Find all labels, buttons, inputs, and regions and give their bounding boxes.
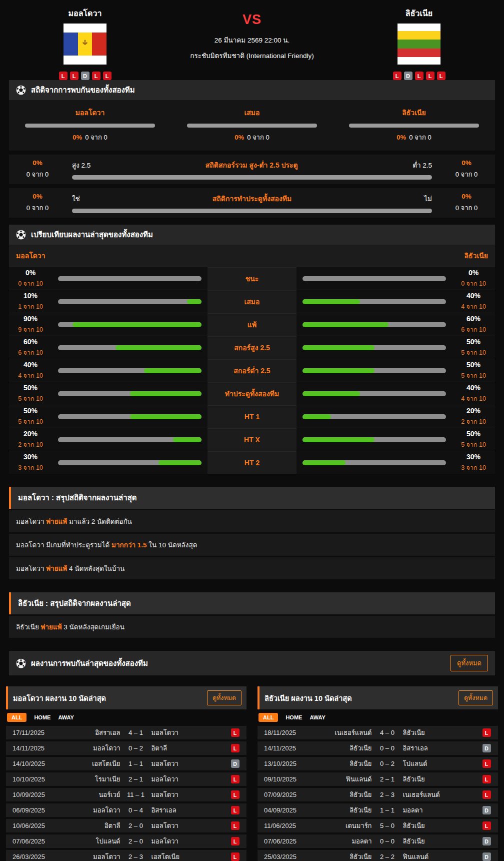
form-badge-d: D — [81, 72, 90, 80]
tab-all[interactable]: ALL — [258, 713, 278, 722]
form-badge-l: L — [393, 72, 402, 80]
meetings-view-all-button[interactable]: ดูทั้งหมด — [450, 655, 488, 671]
match-datetime: 26 มีนาคม 2569 22:00 น. — [140, 35, 364, 46]
comparison-away-bar — [302, 276, 446, 281]
result-badge: L — [231, 775, 240, 783]
away-summary-title: ลิธัวเนีย : สรุปสถิติจากผลงานล่าสุด — [9, 592, 495, 614]
tab-home[interactable]: HOME — [34, 713, 50, 722]
result-badge: D — [231, 759, 240, 768]
comparison-away-bar — [302, 345, 446, 350]
comparison-home-stat: 90%9 จาก 10 — [9, 313, 52, 336]
comparison-row: 50%5 จาก 10 ทำประตูทั้งสองทีม 40%4 จาก 1… — [9, 382, 495, 405]
comparison-row: 50%5 จาก 10 HT 1 20%2 จาก 10 — [9, 405, 495, 428]
match-row: 06/09/2025 มอลโดวา 0 – 4 อิสราเอล L — [6, 803, 246, 817]
away-form-tabs: ALLHOMEAWAY — [258, 709, 498, 726]
match-header: มอลโดวา LLDLL VS 26 มีนาคม 2569 22:00 น.… — [0, 0, 504, 80]
comparison-away-stat: 50%5 จาก 10 — [452, 336, 495, 359]
result-badge: L — [231, 837, 240, 845]
comparison-home-bar — [58, 437, 202, 442]
comparison-home-stat: 50%5 จาก 10 — [9, 382, 52, 405]
home-form-view-all-button[interactable]: ดูทั้งหมด — [207, 690, 242, 705]
comparison-home-stat: 50%5 จาก 10 — [9, 405, 52, 428]
over-stat: 0% 0 จาก 0 — [16, 159, 59, 180]
result-badge: L — [231, 728, 240, 737]
summary-item: ลิธัวเนีย พ่ายแพ้ 3 นัดหลังสุดเกมเยือน — [9, 616, 495, 638]
h2h-bar-away — [349, 124, 478, 128]
match-row: 10/09/2025 นอร์เวย์ 11 – 1 มอลโดวา L — [6, 788, 246, 801]
soccer-ball-icon — [16, 230, 26, 240]
btts-title: สถิติการทำประตูทั้งสองทีม — [212, 193, 292, 204]
comparison-row-label: เสมอ — [208, 290, 296, 313]
away-form-view-all-button[interactable]: ดูทั้งหมด — [458, 690, 493, 705]
home-summary-title: มอลโดวา : สรุปสถิติจากผลงานล่าสุด — [9, 487, 495, 509]
match-info: VS 26 มีนาคม 2569 22:00 น. กระชับมิตรทีม… — [140, 5, 364, 80]
meetings-header: ผลงานการพบกันล่าสุดของทั้งสองทีม ดูทั้งห… — [9, 651, 495, 675]
home-form-tabs: ALLHOMEAWAY — [6, 709, 246, 726]
comparison-section: เปรียบเทียบผลงานล่าสุดของทั้งสองทีม มอลโ… — [9, 225, 495, 474]
result-badge: L — [231, 790, 240, 799]
under-stat: 0% 0 จาก 0 — [445, 159, 488, 180]
h2h-bar-home — [25, 124, 154, 128]
summary-item: มอลโดวา มีเกมที่ทำประตูรวมได้ มากกว่า 1.… — [9, 534, 495, 556]
comparison-home-stat: 60%6 จาก 10 — [9, 336, 52, 359]
comparison-home-stat: 30%3 จาก 10 — [9, 451, 52, 474]
comparison-home-stat: 0%0 จาก 10 — [9, 267, 52, 290]
result-badge: L — [482, 759, 491, 768]
match-row: 26/03/2025 มอลโดวา 2 – 3 เอสโตเนีย L — [6, 850, 246, 861]
comparison-home-stat: 40%4 จาก 10 — [9, 359, 52, 382]
comparison-home-bar — [58, 345, 202, 350]
comparison-rows: 0%0 จาก 10 ชนะ 0%0 จาก 10 10%1 จาก 10 เส… — [9, 267, 495, 474]
away-form-table-title: ลิธัวเนีย ผลงาน 10 นัดล่าสุด — [264, 692, 352, 704]
match-row: 04/09/2025 ลิธัวเนีย 1 – 1 มอลตา D — [258, 803, 498, 817]
comparison-row-label: ชนะ — [208, 267, 296, 290]
h2h-bar-draw — [187, 124, 316, 128]
result-badge: L — [231, 852, 240, 861]
result-badge: D — [482, 806, 491, 814]
result-badge: L — [482, 821, 491, 830]
summary-item: มอลโดวา พ่ายแพ้ 4 นัดหลังสุดในบ้าน — [9, 557, 495, 579]
h2h-col-away: ลิธัวเนีย 0%0 จาก 0 — [333, 107, 495, 143]
form-badge-l: L — [59, 72, 68, 80]
comparison-team-labels: มอลโดวา ลิธัวเนีย — [9, 245, 495, 267]
match-row: 17/11/2025 อิสราเอล 4 – 1 มอลโดวา L — [6, 726, 246, 739]
comparison-away-bar — [302, 368, 446, 373]
comparison-home-bar — [58, 414, 202, 419]
match-row: 14/11/2025 มอลโดวา 0 – 2 อิตาลี L — [6, 741, 246, 755]
match-row: 10/06/2025 อิตาลี 2 – 0 มอลโดวา L — [6, 819, 246, 832]
tab-home[interactable]: HOME — [286, 713, 302, 722]
match-row: 07/06/2025 โปแลนด์ 2 – 0 มอลโดวา L — [6, 834, 246, 848]
away-team-name: ลิธัวเนีย — [406, 7, 432, 20]
form-badge-l: L — [437, 72, 446, 80]
h2h-columns: มอลโดวา 0%0 จาก 0 เสมอ 0%0 จาก 0 ลิธัวเน… — [9, 100, 495, 151]
over-label: สูง 2.5 — [72, 160, 90, 171]
comparison-row-label: สกอร์สูง 2.5 — [208, 336, 296, 359]
home-form-table-title: มอลโดวา ผลงาน 10 นัดล่าสุด — [13, 692, 106, 704]
comparison-row: 20%2 จาก 10 HT X 50%5 จาก 10 — [9, 428, 495, 451]
comparison-away-stat: 40%4 จาก 10 — [452, 382, 495, 405]
h2h-col-draw: เสมอ 0%0 จาก 0 — [171, 107, 333, 143]
tab-away[interactable]: AWAY — [58, 713, 74, 722]
away-form: LDLLL — [393, 72, 446, 80]
form-badge-l: L — [92, 72, 100, 80]
btts-yes-stat: 0% 0 จาก 0 — [16, 193, 59, 213]
btts-card: 0% 0 จาก 0 ใช่ สถิติการทำประตูทั้งสองทีม… — [9, 188, 495, 218]
comparison-away-stat: 0%0 จาก 10 — [452, 267, 495, 290]
comparison-away-stat: 30%3 จาก 10 — [452, 451, 495, 474]
over-under-card: 0% 0 จาก 0 สูง 2.5 สถิติสกอร์รวม สูง-ต่ำ… — [9, 155, 495, 184]
comparison-row: 40%4 จาก 10 สกอร์ต่ำ 2.5 50%5 จาก 10 — [9, 359, 495, 382]
tab-all[interactable]: ALL — [7, 713, 26, 722]
over-under-title: สถิติสกอร์รวม สูง-ต่ำ 2.5 ประตู — [206, 160, 298, 171]
form-badge-l: L — [415, 72, 424, 80]
tab-away[interactable]: AWAY — [310, 713, 325, 722]
match-row: 14/11/2025 ลิธัวเนีย 0 – 0 อิสราเอล D — [258, 741, 498, 755]
soccer-ball-icon — [16, 658, 26, 668]
result-badge: D — [482, 744, 491, 752]
comparison-away-bar — [302, 414, 446, 419]
comparison-away-bar — [302, 299, 446, 304]
match-row: 18/11/2025 เนเธอร์แลนด์ 4 – 0 ลิธัวเนีย … — [258, 726, 498, 739]
away-team-block: ลิธัวเนีย LDLLL — [364, 5, 474, 80]
home-team-block: มอลโดวา LLDLL — [30, 5, 140, 80]
home-summary-section: มอลโดวา : สรุปสถิติจากผลงานล่าสุด มอลโดว… — [9, 487, 495, 579]
result-badge: L — [231, 821, 240, 830]
comparison-title: เปรียบเทียบผลงานล่าสุดของทั้งสองทีม — [31, 229, 153, 241]
